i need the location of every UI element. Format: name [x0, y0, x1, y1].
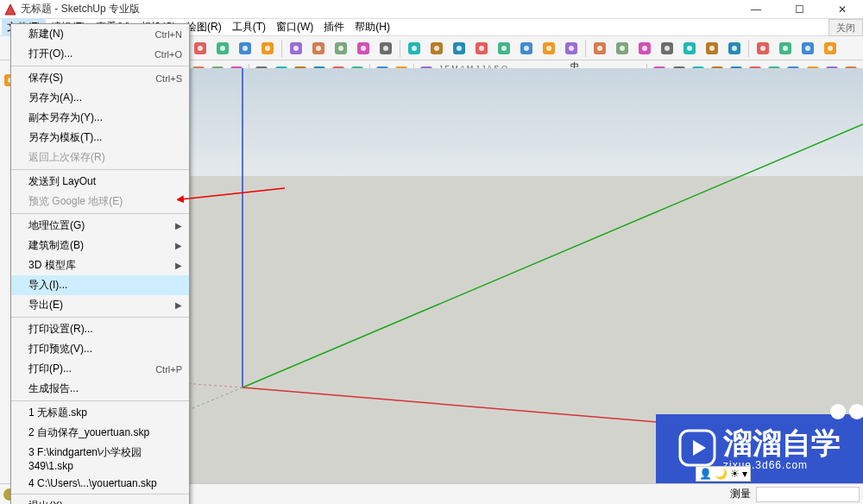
clock-icon[interactable]	[679, 38, 700, 59]
redo-icon[interactable]	[235, 38, 255, 59]
maximize-button[interactable]: ☐	[782, 0, 816, 19]
file-menu-item[interactable]: 4 C:\Users\...\youertuan.skp	[11, 475, 189, 492]
page-icon[interactable]	[375, 38, 396, 59]
file-menu-item[interactable]: 发送到 LayOut	[11, 172, 189, 192]
file-menu-item[interactable]: 建筑制造(B)▶	[11, 236, 189, 255]
file-menu-item[interactable]: 3D 模型库▶	[11, 255, 189, 275]
file-menu-item[interactable]: 打印预览(V)...	[11, 339, 189, 359]
file-menu-item[interactable]: 打开(O)...Ctrl+O	[11, 44, 189, 64]
file-menu-item[interactable]: 生成报告...	[11, 379, 189, 399]
shadow-toolbar[interactable]: 👤 🌙 ☀ ▾	[696, 466, 751, 482]
svg-point-17	[383, 46, 388, 51]
file-menu-item[interactable]: 副本另存为(Y)...	[11, 108, 189, 128]
tag-icon[interactable]	[589, 38, 610, 59]
svg-point-21	[434, 46, 439, 51]
no-icon[interactable]	[775, 38, 796, 59]
measure-label: 测量	[730, 487, 751, 501]
measurement-input[interactable]	[756, 487, 860, 502]
file-menu-item[interactable]: 地理位置(G)▶	[11, 216, 189, 236]
file-menu-item[interactable]: 打印(P)...Ctrl+P	[11, 359, 189, 379]
file-menu-item[interactable]: 1 无标题.skp	[11, 403, 189, 423]
menu-item-label: 2 自动保存_youertuan.skp	[28, 425, 182, 440]
pane-close-label[interactable]: 关闭	[828, 19, 863, 36]
svg-point-49	[760, 46, 765, 51]
menu-item-label: 4 C:\Users\...\youertuan.skp	[28, 477, 182, 489]
menu-item-label: 预览 Google 地球(E)	[28, 194, 182, 209]
svg-point-29	[524, 46, 529, 51]
diamond-icon[interactable]	[612, 38, 633, 59]
paint-icon[interactable]	[494, 38, 514, 59]
gear-icon[interactable]	[516, 38, 537, 59]
svg-point-53	[805, 46, 810, 51]
minimize-button[interactable]: —	[739, 0, 773, 19]
menu-plugins[interactable]: 插件	[318, 18, 350, 36]
menu-item-label: 建筑制造(B)	[28, 238, 175, 253]
sphere-icon[interactable]	[561, 38, 582, 59]
cursor-arrow-icon[interactable]	[308, 38, 329, 59]
home-icon[interactable]	[190, 38, 211, 59]
file-menu-dropdown: 新建(N)Ctrl+N打开(O)...Ctrl+O保存(S)Ctrl+S另存为(…	[10, 23, 190, 504]
page-add-icon[interactable]	[404, 38, 425, 59]
svg-point-51	[783, 46, 788, 51]
zoom-extent-icon[interactable]	[353, 38, 374, 59]
menu-item-label: 导出(E)	[28, 298, 175, 312]
menu-tools[interactable]: 工具(T)	[227, 18, 271, 36]
undo-arc-icon[interactable]	[257, 38, 278, 59]
svg-point-37	[620, 46, 625, 51]
svg-point-3	[220, 46, 225, 51]
menu-item-label: 1 无标题.skp	[28, 406, 182, 420]
menu-item-label: 打开(O)...	[28, 47, 154, 61]
rainbow-icon[interactable]	[820, 38, 841, 59]
file-menu-item[interactable]: 另存为模板(T)...	[11, 128, 189, 148]
svg-point-13	[338, 46, 343, 51]
file-menu-item[interactable]: 2 自动保存_youertuan.skp	[11, 423, 189, 443]
gears-icon[interactable]	[539, 38, 559, 59]
svg-point-35	[597, 46, 602, 51]
svg-point-11	[316, 46, 321, 51]
file-menu-item[interactable]: 另存为(A)...	[11, 88, 189, 108]
menu-item-label: 退出(X)	[28, 499, 182, 504]
globe2-icon[interactable]	[657, 38, 677, 59]
globe-icon[interactable]	[286, 38, 306, 59]
submenu-arrow-icon: ▶	[175, 300, 182, 310]
menu-item-label: 3D 模型库	[28, 258, 175, 273]
trash-icon[interactable]	[753, 38, 773, 59]
ruler-icon[interactable]	[449, 38, 469, 59]
file-menu-item[interactable]: 3 F:\kindgarten\小学校园349\1.skp	[11, 443, 189, 475]
menu-shortcut: Ctrl+O	[154, 49, 182, 60]
menu-item-label: 保存(S)	[28, 71, 155, 85]
refresh-icon[interactable]	[212, 38, 233, 59]
svg-point-19	[412, 46, 417, 51]
menu-shortcut: Ctrl+S	[155, 73, 182, 84]
svg-point-41	[665, 46, 670, 51]
file-menu-item[interactable]: 导入(I)...	[11, 275, 189, 295]
menu-window[interactable]: 窗口(W)	[271, 18, 318, 36]
close-button[interactable]: ✕	[825, 0, 860, 19]
file-menu-item[interactable]: 新建(N)Ctrl+N	[11, 24, 189, 44]
svg-point-1	[198, 46, 203, 51]
submenu-arrow-icon: ▶	[175, 241, 182, 250]
plant-icon[interactable]	[471, 38, 492, 59]
chevron-down-icon: ▾	[742, 468, 747, 480]
svg-point-25	[479, 46, 484, 51]
help-icon[interactable]	[634, 38, 655, 59]
app-icon	[3, 3, 17, 16]
file-menu-item[interactable]: 导出(E)▶	[11, 295, 189, 315]
layers-icon[interactable]	[702, 38, 722, 59]
svg-point-27	[501, 46, 507, 51]
menu-help[interactable]: 帮助(H)	[350, 18, 395, 36]
menu-item-label: 打印设置(R)...	[28, 322, 182, 337]
zoom-icon[interactable]	[331, 38, 351, 59]
file-menu-item[interactable]: 打印设置(R)...	[11, 319, 189, 339]
file-menu-item[interactable]: 保存(S)Ctrl+S	[11, 68, 189, 88]
file-menu-item[interactable]: 退出(X)	[11, 496, 189, 504]
layers2-icon[interactable]	[724, 38, 745, 59]
camera-icon[interactable]	[797, 38, 818, 59]
svg-point-31	[546, 46, 551, 51]
person-icon[interactable]	[426, 38, 447, 59]
window-title: 无标题 - SketchUp 专业版	[21, 2, 739, 16]
menu-item-label: 3 F:\kindgarten\小学校园349\1.skp	[28, 445, 182, 472]
file-menu-item: 预览 Google 地球(E)	[11, 192, 189, 211]
menu-separator	[11, 66, 189, 66]
menu-item-label: 副本另存为(Y)...	[28, 110, 182, 125]
